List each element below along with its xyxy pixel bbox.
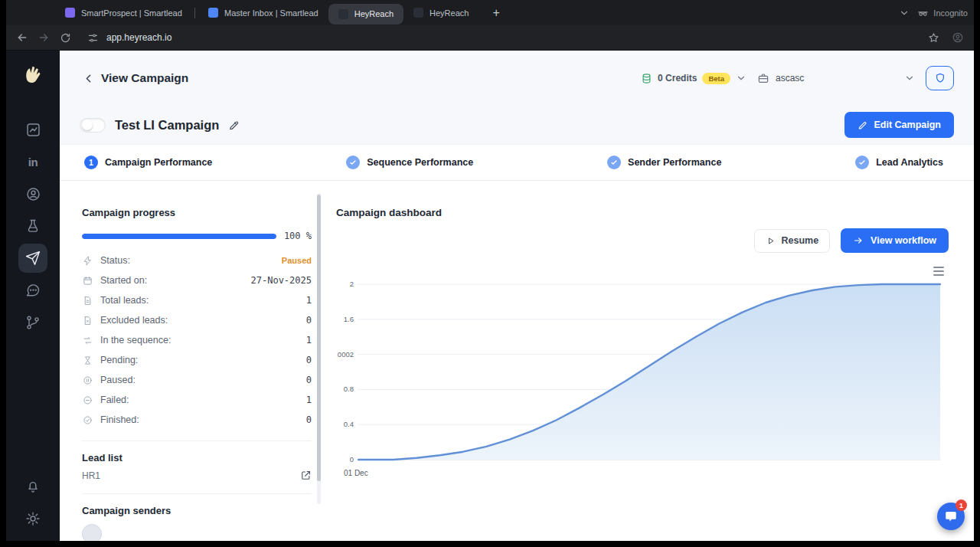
tab-title: Master Inbox | Smartlead xyxy=(224,8,318,18)
profile-icon[interactable] xyxy=(948,28,968,47)
browser-tab-masterinbox[interactable]: Master Inbox | Smartlead xyxy=(198,0,328,25)
view-workflow-button[interactable]: View workflow xyxy=(841,228,949,253)
sidebar-item-analytics[interactable] xyxy=(18,115,47,144)
sidebar-item-campaigns[interactable] xyxy=(18,244,47,273)
stat-row-failed: Failed: 1 xyxy=(82,390,312,410)
lightning-icon xyxy=(82,255,93,267)
divider xyxy=(82,493,312,494)
panel-scrollbar[interactable] xyxy=(317,193,321,504)
page-title: View Campaign xyxy=(101,71,188,85)
chart-ytick: 1.6 xyxy=(344,315,354,323)
rename-pencil-icon[interactable] xyxy=(228,120,240,131)
pause-circle-icon xyxy=(82,375,93,386)
browser-window: SmartProspect | Smartlead Master Inbox |… xyxy=(6,0,974,541)
favicon-icon xyxy=(65,8,75,18)
bookmark-star-icon[interactable] xyxy=(923,28,943,47)
lead-list-row: HR1 xyxy=(82,470,312,481)
tab-title: HeyReach xyxy=(354,9,394,18)
stat-value: 1 xyxy=(306,395,312,405)
stat-label: Started on: xyxy=(100,275,147,286)
tab-sender-performance[interactable]: Sender Performance xyxy=(607,156,721,169)
toolbar-right xyxy=(923,28,968,47)
stat-row-pending: Pending: 0 xyxy=(82,350,312,370)
edit-campaign-button[interactable]: Edit Campaign xyxy=(844,112,954,138)
stats-list: Status: Paused Started on: 27-Nov-2025 T… xyxy=(82,251,312,430)
sequence-arrows-icon xyxy=(82,335,93,346)
stat-label: Total leads: xyxy=(100,295,149,306)
flask-icon xyxy=(25,218,41,234)
credits-label: 0 Credits xyxy=(658,73,697,84)
tab-campaign-performance[interactable]: 1 Campaign Performance xyxy=(84,156,212,169)
sidebar-item-integrations[interactable] xyxy=(18,308,47,337)
header-right: 0 Credits Beta ascasc xyxy=(641,66,954,90)
site-settings-icon[interactable] xyxy=(86,28,100,47)
chat-icon xyxy=(944,509,958,523)
sidebar-item-leads[interactable] xyxy=(18,179,47,208)
sidebar-item-notifications[interactable] xyxy=(18,472,47,501)
new-tab-button[interactable]: + xyxy=(488,6,504,20)
external-link-icon[interactable] xyxy=(300,470,312,481)
stat-row-in-sequence: In the sequence: 1 xyxy=(82,330,312,350)
browser-tab-heyreach[interactable]: HeyReach xyxy=(403,0,479,25)
campaign-toggle[interactable] xyxy=(80,118,106,133)
toggle-knob xyxy=(82,120,93,130)
stat-value: 1 xyxy=(306,335,312,346)
stat-row-paused: Paused: 0 xyxy=(82,370,312,390)
back-icon[interactable] xyxy=(12,28,32,47)
chart-menu-icon[interactable] xyxy=(933,267,944,276)
campaign-senders-title: Campaign senders xyxy=(82,505,312,516)
browser-tab-heyreach-active[interactable]: HeyReach xyxy=(328,4,403,25)
favicon-icon xyxy=(338,9,348,19)
stat-row-status: Status: Paused xyxy=(82,251,312,270)
analytics-icon xyxy=(25,122,41,138)
stat-value: 0 xyxy=(306,355,312,365)
browser-tab-smartprospect[interactable]: SmartProspect | Smartlead xyxy=(55,0,191,25)
heyreach-app: in xyxy=(6,51,974,541)
sidebar-item-inbox[interactable] xyxy=(18,276,47,305)
campaign-dashboard-panel: Campaign dashboard Resume View workflow xyxy=(336,181,949,541)
stat-value: 0 xyxy=(306,375,312,385)
document-x-icon xyxy=(82,315,93,326)
credits-dropdown[interactable]: 0 Credits Beta xyxy=(641,73,746,84)
chart-ytick: 0.8 xyxy=(344,385,354,393)
stat-label: Status: xyxy=(100,255,130,266)
forward-icon[interactable] xyxy=(34,28,54,47)
back-chevron-icon[interactable] xyxy=(80,70,96,87)
intercom-launcher[interactable]: 1 xyxy=(937,503,965,530)
check-circle-icon xyxy=(82,414,93,426)
resume-label: Resume xyxy=(781,235,818,246)
tabstrip-right: Incognito xyxy=(899,0,968,25)
person-circle-icon xyxy=(25,186,41,202)
chart-ylabels: 00.40.800021.62 xyxy=(336,181,356,541)
sidebar-item-lists[interactable] xyxy=(18,211,47,241)
sidebar: in xyxy=(6,51,60,541)
scrollbar-thumb[interactable] xyxy=(317,195,321,481)
step-number-badge: 1 xyxy=(84,156,98,169)
chevron-down-icon xyxy=(736,73,746,84)
tab-sequence-performance[interactable]: Sequence Performance xyxy=(346,156,473,169)
resume-button[interactable]: Resume xyxy=(754,229,830,253)
stat-label: Finished: xyxy=(100,414,139,425)
incognito-badge: Incognito xyxy=(917,7,968,18)
progress-bar xyxy=(82,234,276,239)
incognito-label: Incognito xyxy=(933,8,968,18)
sender-avatar xyxy=(82,524,102,541)
check-circle-icon xyxy=(607,156,621,169)
heyreach-logo[interactable] xyxy=(20,60,46,86)
view-workflow-label: View workflow xyxy=(871,235,936,246)
workspace-dropdown[interactable]: ascasc xyxy=(757,72,915,84)
address-bar[interactable]: app.heyreach.io xyxy=(86,28,172,47)
incognito-glasses-icon xyxy=(917,7,929,18)
chevron-down-icon[interactable] xyxy=(899,8,910,18)
reload-icon[interactable] xyxy=(55,28,75,47)
tab-lead-analytics[interactable]: Lead Analytics xyxy=(855,156,943,169)
stat-value: 1 xyxy=(306,295,312,306)
sidebar-item-linkedin[interactable]: in xyxy=(18,147,47,176)
progress-title: Campaign progress xyxy=(82,207,312,218)
progress-percent: 100 % xyxy=(284,231,312,241)
tab-content: Campaign progress 100 % Status: Paused xyxy=(60,181,974,541)
chat-bubble-icon xyxy=(25,283,41,298)
shield-button[interactable] xyxy=(926,66,954,90)
chart-ytick: 2 xyxy=(350,280,354,288)
sidebar-item-settings[interactable] xyxy=(18,504,47,533)
